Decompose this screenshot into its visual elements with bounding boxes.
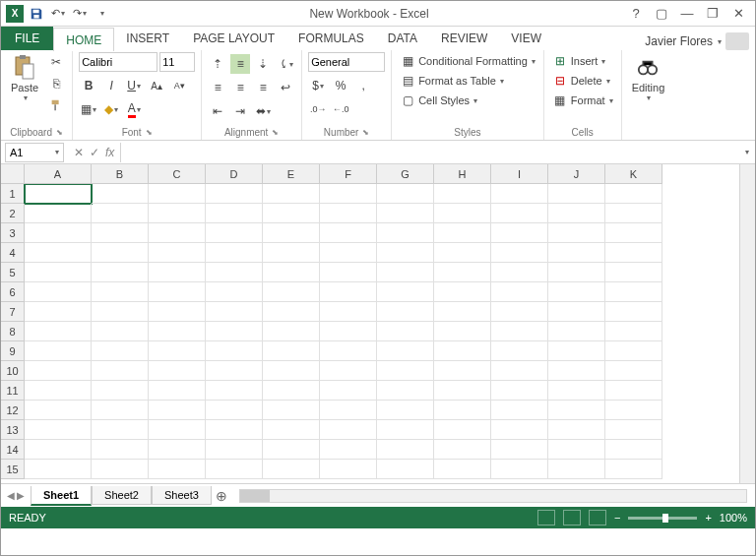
cell[interactable] [548, 243, 605, 263]
number-launcher-icon[interactable]: ⬊ [362, 128, 369, 137]
cell[interactable] [92, 401, 149, 420]
cell[interactable] [206, 263, 263, 282]
bold-icon[interactable]: B [79, 76, 98, 95]
column-header[interactable]: B [92, 164, 149, 184]
cell[interactable] [263, 282, 320, 302]
sheet-nav-next-icon[interactable]: ▶ [17, 490, 25, 501]
row-header[interactable]: 6 [1, 282, 25, 302]
cell[interactable] [149, 322, 206, 341]
cell[interactable] [206, 440, 263, 460]
delete-cells-button[interactable]: ⊟Delete▾ [550, 72, 615, 90]
tab-home[interactable]: HOME [53, 28, 114, 51]
fx-icon[interactable]: fx [105, 146, 114, 159]
cell[interactable] [206, 243, 263, 263]
cell[interactable] [491, 223, 548, 243]
cell[interactable] [149, 302, 206, 322]
tab-pagelayout[interactable]: PAGE LAYOUT [181, 27, 286, 50]
cell[interactable] [605, 263, 662, 282]
cell[interactable] [320, 361, 377, 381]
cell[interactable] [377, 381, 434, 401]
cell[interactable] [377, 282, 434, 302]
zoom-out-icon[interactable]: − [614, 512, 620, 524]
cell[interactable] [548, 401, 605, 420]
cell[interactable] [25, 440, 92, 460]
cell[interactable] [605, 401, 662, 420]
cell[interactable] [25, 204, 92, 223]
conditional-formatting-button[interactable]: ▦Conditional Formatting▾ [398, 52, 537, 70]
cell[interactable] [377, 420, 434, 440]
row-header[interactable]: 14 [1, 440, 25, 460]
redo-icon[interactable]: ↷▾ [70, 4, 90, 24]
cell[interactable] [92, 361, 149, 381]
cell[interactable] [263, 322, 320, 341]
cell[interactable] [149, 341, 206, 361]
cell[interactable] [320, 381, 377, 401]
cell[interactable] [377, 401, 434, 420]
cell[interactable] [206, 223, 263, 243]
sheet-tab-1[interactable]: Sheet1 [31, 486, 92, 506]
excel-logo-icon[interactable]: X [5, 4, 25, 24]
cell[interactable] [377, 302, 434, 322]
align-left-icon[interactable]: ≡ [208, 78, 227, 97]
cell[interactable] [149, 440, 206, 460]
cell[interactable] [149, 243, 206, 263]
comma-format-icon[interactable]: , [353, 76, 373, 95]
cell[interactable] [263, 243, 320, 263]
cell[interactable] [605, 420, 662, 440]
cell[interactable] [25, 263, 92, 282]
cell[interactable] [206, 341, 263, 361]
font-color-icon[interactable]: A▾ [124, 99, 144, 119]
align-middle-icon[interactable]: ≡ [230, 54, 250, 74]
column-header[interactable]: G [377, 164, 434, 184]
tab-insert[interactable]: INSERT [114, 27, 181, 50]
cell[interactable] [548, 263, 605, 282]
horizontal-scrollbar[interactable] [239, 489, 747, 503]
cell[interactable] [92, 243, 149, 263]
cell[interactable] [548, 184, 605, 204]
cut-icon[interactable]: ✂ [46, 52, 66, 72]
decrease-indent-icon[interactable]: ⇤ [208, 101, 227, 121]
cell[interactable] [263, 263, 320, 282]
cell[interactable] [149, 381, 206, 401]
tab-file[interactable]: FILE [1, 27, 53, 50]
cell[interactable] [434, 263, 491, 282]
column-header[interactable]: H [434, 164, 491, 184]
accounting-format-icon[interactable]: $▾ [308, 76, 328, 95]
cell[interactable] [25, 302, 92, 322]
cell[interactable] [434, 341, 491, 361]
column-header[interactable]: C [149, 164, 206, 184]
cell[interactable] [377, 243, 434, 263]
cell[interactable] [548, 460, 605, 479]
minimize-icon[interactable]: — [678, 5, 696, 23]
cell[interactable] [263, 420, 320, 440]
row-header[interactable]: 11 [1, 381, 25, 401]
cell[interactable] [434, 460, 491, 479]
cell[interactable] [320, 302, 377, 322]
cell[interactable] [548, 282, 605, 302]
cell[interactable] [605, 381, 662, 401]
cell[interactable] [434, 361, 491, 381]
cell[interactable] [605, 204, 662, 223]
increase-decimal-icon[interactable]: .0→ [308, 99, 328, 119]
cell[interactable] [320, 460, 377, 479]
increase-font-icon[interactable]: A▴ [147, 76, 166, 95]
cell[interactable] [25, 341, 92, 361]
cell[interactable] [206, 282, 263, 302]
decrease-font-icon[interactable]: A▾ [169, 76, 189, 95]
cell[interactable] [92, 420, 149, 440]
column-header[interactable]: K [605, 164, 662, 184]
cell[interactable] [491, 322, 548, 341]
sheet-tab-2[interactable]: Sheet2 [92, 486, 152, 505]
cell[interactable] [206, 302, 263, 322]
font-launcher-icon[interactable]: ⬊ [146, 128, 153, 137]
row-header[interactable]: 7 [1, 302, 25, 322]
font-size-select[interactable] [159, 52, 195, 72]
cell[interactable] [92, 282, 149, 302]
cell[interactable] [491, 263, 548, 282]
cell[interactable] [206, 184, 263, 204]
cell[interactable] [320, 243, 377, 263]
row-header[interactable]: 4 [1, 243, 25, 263]
cell[interactable] [25, 322, 92, 341]
cell[interactable] [377, 341, 434, 361]
expand-formula-bar-icon[interactable]: ▾ [739, 148, 755, 156]
